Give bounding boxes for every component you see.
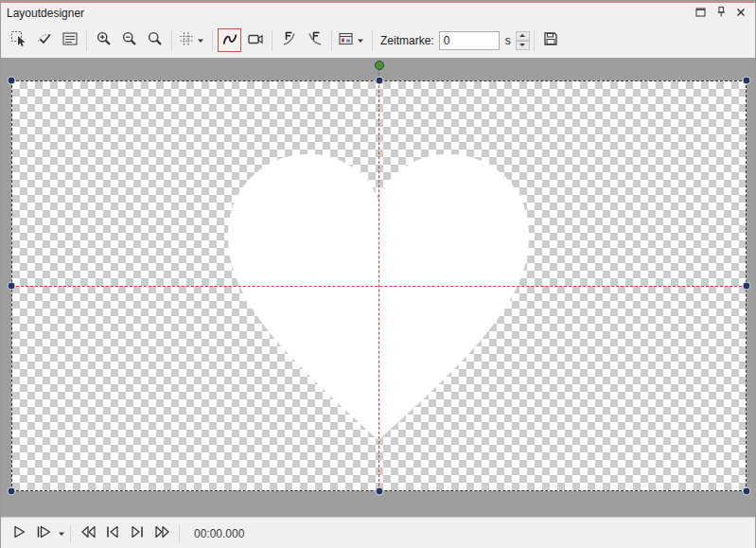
camera-icon [247,30,264,51]
fast-forward-icon [153,523,171,544]
camera-pan-button[interactable] [243,28,267,52]
select-tool-button[interactable] [7,28,30,52]
maximize-icon [694,5,707,22]
zeitmarke-spinner-down[interactable] [516,41,530,50]
panel-title: Layoutdesigner [7,7,690,20]
chevron-down-icon [197,38,204,44]
step-back-icon [104,523,121,544]
resize-handle-bottom-right[interactable] [743,487,751,496]
zeitmarke-unit: s [505,34,511,47]
play-from-button[interactable] [32,522,55,545]
titlebar[interactable]: Layoutdesigner [1,3,755,23]
zoom-reset-icon [147,30,164,51]
zeitmarke-input[interactable] [439,31,500,50]
playbar-separator [179,524,180,543]
rewind-icon [79,523,97,544]
zeitmarke-spinner-up[interactable] [516,31,530,41]
selection-arrow-icon [10,30,27,51]
resize-handle-middle-left[interactable] [8,282,16,291]
zoom-in-button[interactable] [92,28,115,52]
chevron-down-icon [357,38,364,44]
close-button[interactable] [731,5,749,21]
play-icon [10,523,27,544]
s-curve-icon [221,30,238,51]
close-icon [735,5,747,22]
fade-in-button[interactable] [277,28,301,52]
toolbar-separator [212,30,213,51]
toolbar-separator [372,30,373,51]
fade-in-icon [281,30,298,51]
check-curve-icon [36,30,53,51]
resize-handle-bottom-left[interactable] [8,487,16,496]
resize-handle-bottom-center[interactable] [376,487,384,496]
list-icon [62,30,79,51]
motion-path-tool-button[interactable] [218,28,241,52]
fade-out-icon [307,30,324,51]
save-timemark-button[interactable] [539,28,563,52]
keyframe-track-button[interactable] [337,28,367,52]
grid-icon [178,30,195,51]
zoom-in-icon [96,30,113,51]
keyframe-track-icon [338,30,355,51]
toolbar-separator [331,30,332,51]
toolbar-separator [534,30,535,51]
canvas-area[interactable] [1,58,755,517]
rotation-handle[interactable] [375,61,384,70]
step-forward-icon [129,523,146,544]
pin-icon [714,5,728,22]
resize-handle-top-right[interactable] [743,77,751,85]
layoutdesigner-panel: Layoutdesigner [0,0,756,548]
zeitmarke-spinner [516,31,530,50]
resize-handle-top-left[interactable] [8,77,16,85]
toolbar-separator [86,30,87,51]
time-display: 00:00.000 [194,527,244,540]
curve-select-button[interactable] [32,28,56,52]
toolbar-separator [171,30,172,51]
chevron-down-icon[interactable] [58,531,65,537]
playback-bar: 00:00.000 [1,517,755,548]
toolbar: Zeitmarke: s [1,23,755,58]
resize-handle-middle-right[interactable] [743,282,751,291]
play-button[interactable] [8,522,30,545]
zoom-out-button[interactable] [117,28,141,52]
pin-button[interactable] [712,5,730,21]
toolbar-separator [272,30,273,51]
fast-forward-button[interactable] [150,522,173,545]
save-icon [542,30,559,51]
playbar-separator [70,524,71,543]
zoom-out-icon [121,30,138,51]
maximize-button[interactable] [692,5,710,21]
grid-button[interactable] [177,28,207,52]
rewind-button[interactable] [77,522,99,545]
resize-handle-top-center[interactable] [376,77,384,85]
object-list-button[interactable] [58,28,81,52]
horizontal-guide [11,286,747,287]
step-back-button[interactable] [101,522,124,545]
step-forward-button[interactable] [126,522,149,545]
zoom-reset-button[interactable] [143,28,167,52]
zeitmarke-label: Zeitmarke: [380,34,434,47]
play-from-icon [35,523,52,544]
fade-out-button[interactable] [303,28,326,52]
